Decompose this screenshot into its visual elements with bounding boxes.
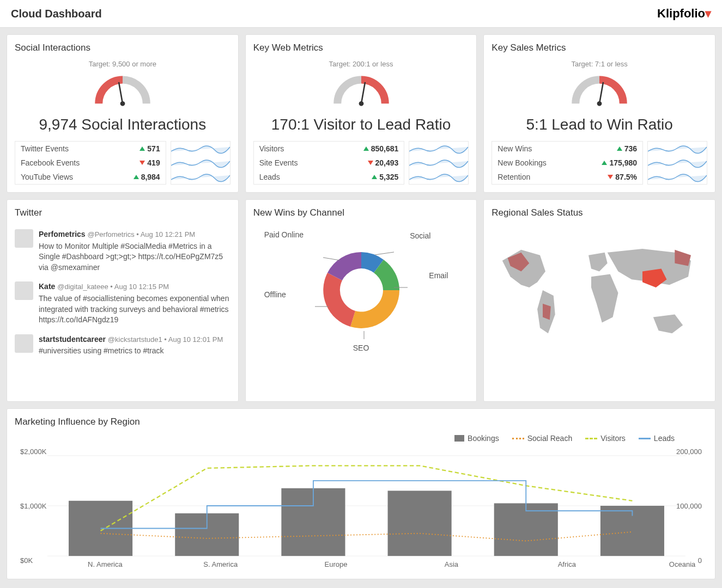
sparkline: [648, 156, 707, 170]
trend-up-icon: [363, 146, 369, 151]
tweet-handle: @Perfometrics • Aug 10 12:21 PM: [87, 230, 195, 238]
sparkline: [171, 142, 230, 156]
donut-label-email: Email: [429, 271, 448, 280]
card-title: New Wins by Channel: [253, 207, 469, 218]
metric-row: Leads 5,325: [254, 170, 404, 184]
card-title: Marketing Influence by Region: [15, 416, 707, 427]
tweet-user: Kate: [39, 282, 55, 291]
avatar: [15, 334, 33, 353]
y-axis-left-label: $1,000K: [20, 502, 46, 510]
svg-point-5: [597, 101, 602, 106]
trend-down-icon: [139, 161, 145, 165]
tweet-user: Perfometrics: [39, 230, 86, 238]
marketing-chart: $2,000K$1,000K$0K200,000100,0000N. Ameri…: [15, 446, 707, 571]
metric-row: Twitter Events 571: [15, 142, 166, 156]
donut-label-seo: SEO: [353, 344, 369, 352]
metric-table: Twitter Events 571 Facebook Events 419 Y…: [15, 141, 166, 185]
gauge-target-label: Target: 7:1 or less: [492, 60, 707, 68]
x-axis-label: Asia: [429, 560, 473, 568]
gauge-card-0: Social Interactions Target: 9,500 or mor…: [7, 34, 239, 193]
big-metric: 170:1 Visitor to Lead Ratio: [253, 116, 469, 133]
tweet[interactable]: Perfometrics @Perfometrics • Aug 10 12:2…: [15, 225, 230, 277]
metric-value: 850,681: [363, 144, 399, 153]
tweet-handle: @kickstartstude1 • Aug 10 12:01 PM: [108, 335, 223, 344]
twitter-feed[interactable]: Perfometrics @Perfometrics • Aug 10 12:2…: [15, 225, 230, 394]
metric-row: Facebook Events 419: [15, 156, 166, 170]
gauge-target-label: Target: 200:1 or less: [253, 60, 469, 68]
tweet-user: startstudentcareer: [39, 335, 106, 344]
sparkline: [409, 142, 468, 156]
donut-label-offline: Offline: [264, 290, 286, 299]
sparkline-column: [409, 141, 469, 185]
app-header: Cloud Dashboard Klipfolio▾: [0, 0, 722, 28]
y-axis-right-label: 200,000: [676, 448, 702, 456]
metric-value: 571: [139, 144, 160, 153]
metric-row: New Wins 736: [492, 142, 642, 156]
trend-up-icon: [602, 161, 607, 165]
brand-logo: Klipfolio▾: [657, 7, 711, 21]
tweet[interactable]: startstudentcareer @kickstartstude1 • Au…: [15, 330, 230, 361]
tweet-text: The value of #sociallistening becomes ex…: [39, 293, 230, 326]
regional-sales-card: Regional Sales Status: [483, 199, 715, 402]
gauge-target-label: Target: 9,500 or more: [15, 60, 230, 68]
metric-value: 20,493: [368, 158, 399, 167]
svg-line-2: [361, 82, 365, 103]
metric-label: New Bookings: [497, 158, 547, 167]
metric-value: 736: [617, 144, 637, 153]
big-metric: 5:1 Lead to Win Ratio: [492, 116, 707, 133]
card-title: Key Web Metrics: [253, 42, 469, 53]
marketing-svg: [47, 451, 685, 560]
tweet[interactable]: Kate @digital_kateee • Aug 10 12:15 PM T…: [15, 277, 230, 329]
page-title: Cloud Dashboard: [11, 8, 102, 20]
y-axis-right-label: 100,000: [676, 502, 702, 510]
avatar: [15, 229, 33, 248]
svg-line-0: [119, 82, 123, 103]
svg-line-4: [599, 82, 603, 103]
metric-value: 5,325: [372, 173, 398, 181]
metric-label: Facebook Events: [21, 158, 80, 167]
trend-down-icon: [368, 161, 373, 165]
x-axis-label: Africa: [545, 560, 588, 568]
trend-down-icon: [608, 175, 613, 179]
world-map: [492, 225, 707, 361]
sparkline: [409, 170, 468, 184]
metric-value: 419: [139, 158, 160, 167]
trend-up-icon: [134, 175, 139, 179]
svg-point-3: [359, 101, 363, 106]
metric-table: Visitors 850,681 Site Events 20,493 Lead…: [253, 141, 405, 185]
metric-label: Site Events: [259, 158, 298, 167]
metric-row: New Bookings 175,980: [492, 156, 642, 170]
new-wins-card: New Wins by Channel: [245, 199, 477, 402]
tweet-text: #universities using #metrics to #track: [39, 346, 223, 357]
metric-label: Twitter Events: [21, 144, 69, 153]
x-axis-label: Oceania: [660, 560, 704, 568]
metric-table: New Wins 736 New Bookings 175,980 Retent…: [492, 141, 643, 185]
sparkline: [648, 142, 707, 156]
y-axis-left-label: $0K: [20, 556, 33, 565]
tweet-handle: @digital_kateee • Aug 10 12:15 PM: [57, 283, 169, 291]
legend-bookings: Bookings: [468, 434, 499, 443]
sparkline-column: [647, 141, 707, 185]
legend-leads: Leads: [654, 434, 675, 443]
metric-value: 8,984: [134, 173, 160, 181]
legend-social-reach: Social Reach: [527, 434, 573, 443]
twitter-card: Twitter Perfometrics @Perfometrics • Aug…: [7, 199, 239, 402]
card-title: Social Interactions: [15, 42, 230, 53]
avatar: [15, 281, 33, 300]
x-axis-label: S. America: [199, 560, 242, 568]
metric-value: 175,980: [602, 158, 637, 167]
metric-label: Retention: [497, 173, 530, 181]
donut-chart: Paid Online Social Email SEO Offline: [253, 225, 469, 352]
legend-visitors: Visitors: [600, 434, 626, 443]
metric-value: 87.5%: [608, 173, 637, 181]
trend-up-icon: [139, 146, 145, 151]
card-title: Regional Sales Status: [492, 207, 707, 218]
svg-point-1: [120, 101, 125, 106]
metric-row: Visitors 850,681: [254, 142, 404, 156]
donut-label-social: Social: [410, 231, 430, 240]
sparkline: [648, 170, 707, 184]
dashboard-grid: Social Interactions Target: 9,500 or mor…: [0, 28, 722, 588]
gauge-card-1: Key Web Metrics Target: 200:1 or less 17…: [245, 34, 477, 193]
metric-row: YouTube Views 8,984: [15, 170, 166, 184]
donut-label-paid-online: Paid Online: [264, 230, 304, 239]
